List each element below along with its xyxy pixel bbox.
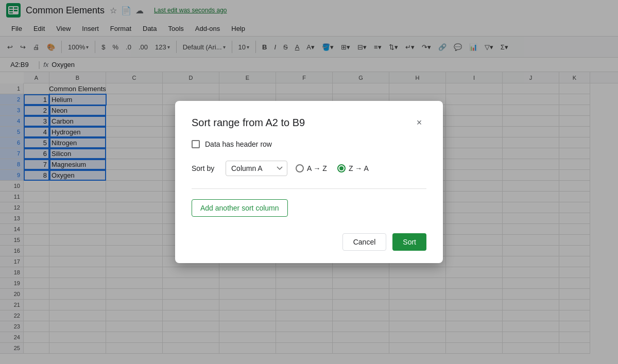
sort-dialog: Sort range from A2 to B9 × Data has head… [175,101,443,263]
dialog-header: Sort range from A2 to B9 × [192,115,426,130]
dialog-footer: Cancel Sort [192,233,426,251]
radio-a-to-z-label: A → Z [307,164,327,172]
sort-column-select[interactable]: Column A Column B [226,161,287,176]
cancel-button[interactable]: Cancel [342,233,387,251]
dialog-close-button[interactable]: × [412,115,426,130]
sort-by-row: Sort by Column A Column B A → Z Z → A [192,161,426,176]
sort-by-label: Sort by [192,164,217,172]
add-sort-column-button[interactable]: Add another sort column [192,199,288,217]
header-row-checkbox[interactable] [192,140,200,148]
radio-a-to-z[interactable]: A → Z [296,164,327,172]
header-row-label: Data has header row [205,140,272,148]
radio-z-to-a-label: Z → A [349,164,369,172]
modal-overlay: Sort range from A2 to B9 × Data has head… [0,0,618,364]
radio-a-to-z-circle [296,164,304,172]
header-row-checkbox-row: Data has header row [192,140,426,148]
radio-z-to-a[interactable]: Z → A [337,164,369,172]
dialog-divider [192,188,426,189]
sort-button[interactable]: Sort [392,233,426,251]
radio-z-to-a-circle [337,164,346,172]
sort-direction-radio-group: A → Z Z → A [296,164,369,172]
radio-z-to-a-dot [339,166,344,170]
dialog-title: Sort range from A2 to B9 [192,117,305,129]
